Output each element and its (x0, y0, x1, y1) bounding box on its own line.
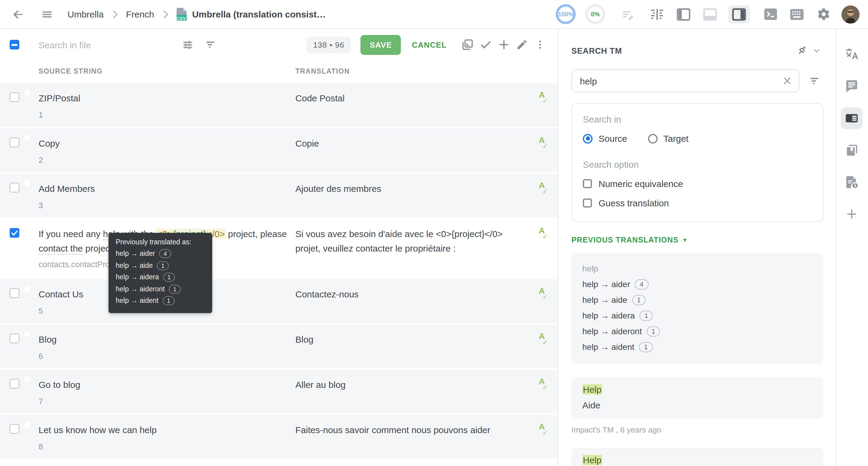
status-badge[interactable] (24, 331, 30, 337)
translation-text: Blog (296, 332, 517, 347)
table-row[interactable]: ZIP/Postal 1 Code Postal A✓ (0, 83, 558, 127)
table-row[interactable]: Contact Us 5 Contactez-nous A✓ (0, 279, 558, 323)
filter-icon[interactable] (201, 36, 219, 54)
spellcheck-approved-icon[interactable]: A✓ (539, 226, 548, 241)
row-checkbox[interactable] (10, 333, 19, 343)
suggestions-query: help (582, 261, 812, 276)
view-bottom-panel-icon[interactable] (702, 6, 718, 23)
app-window: Umbrella French CSV Umbrella (translatio… (0, 0, 868, 466)
table-row-selected[interactable]: If you need any help with the <0>{projec… (0, 219, 558, 278)
tm-result-card[interactable]: Help Aide (571, 377, 824, 419)
select-all-checkbox[interactable] (10, 40, 19, 50)
terminal-icon[interactable] (762, 6, 779, 23)
row-checkbox[interactable] (10, 183, 19, 193)
suggestion-item[interactable]: help → aident1 (582, 339, 812, 355)
status-badge[interactable] (24, 90, 30, 96)
translated-progress-ring[interactable]: 100% (556, 4, 576, 24)
status-badge[interactable] (24, 135, 30, 141)
spellcheck-approved-icon[interactable]: A✓ (539, 181, 548, 196)
checkbox-guess-translation[interactable]: Guess translation (583, 198, 812, 208)
row-checkbox[interactable] (10, 92, 19, 102)
clear-search-icon[interactable] (781, 75, 793, 87)
previous-translations-toggle[interactable]: PREVIOUS TRANSLATIONS▼ (571, 236, 824, 244)
comments-icon[interactable] (841, 76, 863, 97)
count-badge: 1 (632, 295, 645, 305)
count-badge: 1 (163, 296, 175, 305)
file-breadcrumb[interactable]: CSV Umbrella (translation consist… (176, 8, 324, 21)
spellcheck-approved-icon[interactable]: A✓ (539, 377, 548, 391)
search-in-file-input[interactable]: Search in file (38, 39, 179, 50)
approve-check-icon[interactable] (477, 36, 495, 54)
spellcheck-approved-icon[interactable]: A✓ (539, 136, 548, 150)
status-badge[interactable] (24, 422, 30, 428)
machine-translation-icon[interactable] (841, 43, 863, 65)
translation-memory-icon[interactable] (841, 107, 863, 129)
view-right-panel-selected[interactable] (728, 5, 750, 23)
view-side-by-side-icon[interactable] (675, 6, 692, 23)
add-string-icon[interactable] (495, 36, 513, 54)
back-icon[interactable] (10, 6, 27, 23)
glossary-icon[interactable] (841, 139, 863, 161)
count-badge: 4 (635, 279, 648, 289)
file-info-icon[interactable] (841, 171, 863, 193)
tm-search-input[interactable] (571, 69, 799, 92)
settings-gear-icon[interactable] (815, 6, 832, 23)
breadcrumb-language[interactable]: French (126, 9, 154, 19)
tm-filter-icon[interactable] (805, 72, 824, 90)
translation-text: Faites-nous savoir comment nous pouvons … (296, 423, 517, 437)
translation-text: Code Postal (296, 91, 517, 106)
table-row[interactable]: Blog 6 Blog A✓ (0, 324, 558, 368)
status-badge[interactable] (24, 286, 30, 292)
table-row[interactable]: Go to blog 7 Aller au blog A✓ (0, 370, 558, 413)
save-button[interactable]: SAVE (361, 35, 401, 55)
string-id: 6 (38, 352, 558, 368)
tooltip-item: help → aidera1 (116, 271, 205, 283)
more-options-icon[interactable] (531, 36, 549, 54)
advanced-filter-icon[interactable] (179, 36, 196, 54)
add-panel-icon[interactable] (841, 203, 863, 225)
cancel-button[interactable]: CANCEL (406, 35, 453, 55)
radio-target[interactable]: Target (648, 133, 688, 144)
spellcheck-approved-icon[interactable]: A✓ (539, 422, 548, 437)
table-row[interactable]: Let us know how we can help 8 Faites-nou… (0, 415, 558, 459)
draft-edit-icon[interactable] (620, 6, 637, 23)
table-row[interactable]: Add Members 3 Ajouter des membres A✓ (0, 174, 558, 217)
approved-progress-ring[interactable]: 0% (585, 4, 605, 24)
status-badge[interactable] (24, 180, 30, 186)
copy-source-icon[interactable] (459, 36, 477, 54)
edit-string-icon[interactable] (513, 36, 531, 54)
collapse-chevron-icon[interactable] (810, 42, 824, 59)
row-checkbox[interactable] (10, 288, 19, 298)
suggestion-item[interactable]: help → aidera1 (582, 308, 812, 323)
suggestion-item[interactable]: help → aider4 (582, 276, 812, 292)
pin-icon[interactable] (793, 42, 810, 59)
suggestion-item[interactable]: help → aide1 (582, 292, 812, 308)
translation-text: Copie (296, 136, 517, 151)
row-checkbox[interactable] (10, 424, 19, 434)
file-title: Umbrella (translation consist… (192, 9, 324, 19)
translation-text: Si vous avez besoin d'aide avec le <0>{p… (296, 227, 517, 256)
row-checkbox[interactable] (10, 138, 19, 147)
tm-result-card[interactable]: Help Aide (571, 447, 824, 466)
breadcrumb-project[interactable]: Umbrella (67, 9, 104, 19)
spellcheck-approved-icon[interactable]: A✓ (539, 332, 548, 346)
spellcheck-approved-icon[interactable]: A✓ (539, 90, 548, 105)
status-badge[interactable] (24, 376, 30, 382)
status-badge[interactable] (24, 226, 30, 232)
spellcheck-approved-icon[interactable]: A✓ (539, 287, 548, 301)
top-bar: Umbrella French CSV Umbrella (translatio… (0, 0, 868, 29)
radio-source[interactable]: Source (583, 133, 627, 144)
table-row[interactable]: Copy 2 Copie A✓ (0, 128, 558, 172)
checkbox-numeric-equivalence[interactable]: Numeric equivalence (583, 179, 812, 189)
tm-result-meta: Impact's TM , 6 years ago (571, 425, 824, 434)
view-strings-icon[interactable] (649, 6, 665, 23)
row-checkbox[interactable] (10, 379, 19, 388)
strings-table: ZIP/Postal 1 Code Postal A✓ Copy 2 Copie… (0, 83, 558, 459)
menu-icon[interactable] (38, 6, 56, 23)
csv-file-icon: CSV (176, 8, 187, 21)
suggestion-item[interactable]: help → aideront1 (582, 323, 812, 339)
row-checkbox[interactable] (10, 228, 19, 238)
string-id: 8 (38, 442, 558, 459)
avatar[interactable] (841, 5, 860, 23)
keyboard-shortcuts-icon[interactable] (788, 6, 805, 23)
